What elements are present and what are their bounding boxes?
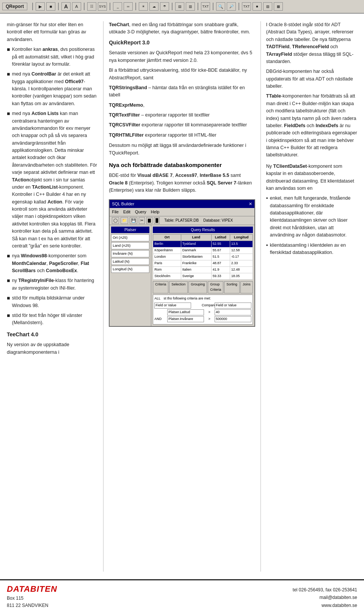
toolbar-txt2-btn[interactable]: TXT bbox=[242, 2, 251, 11]
criteria-header: ALL st tho following criteria are met: bbox=[154, 296, 251, 301]
bullet-text-ankras: Kontroller kan ankras, dvs positioneras … bbox=[12, 46, 98, 68]
ss-list-longitud[interactable]: Longitud (N) bbox=[111, 266, 149, 273]
toolbar-img3-btn[interactable]: ☂ bbox=[160, 2, 169, 11]
table-row-london[interactable]: London Storbrittanien 51.5 -0.17 bbox=[153, 254, 253, 260]
criteria-op-2: > bbox=[206, 317, 213, 322]
tab-selection[interactable]: Selection bbox=[169, 281, 188, 293]
td-land-london: Storbrittanien bbox=[181, 254, 211, 260]
toolbar-sys-btn[interactable]: SYS bbox=[98, 2, 107, 11]
toolbar-band1-btn[interactable]: ▤ bbox=[175, 2, 184, 11]
tclient-heading: Ny TClientDataSet-komponent som kapslar … bbox=[266, 163, 357, 192]
menu-file[interactable]: File bbox=[112, 209, 119, 215]
criteria-condition-text: st tho following criteria are met: bbox=[163, 296, 211, 300]
toolbar-extra1-btn[interactable]: ■ bbox=[253, 2, 262, 11]
bullet-text-controlbar: med nya ControlBar är det enkelt att byg… bbox=[12, 71, 98, 107]
criteria-field-1b[interactable]: 40 bbox=[215, 309, 251, 315]
table-row-paris[interactable]: Paris Frankrike 48.87 2.33 bbox=[153, 260, 253, 267]
th-land: Land bbox=[181, 235, 211, 241]
td-lat-rom: 41.9 bbox=[211, 267, 230, 273]
menu-edit[interactable]: Edit bbox=[123, 209, 130, 215]
tab-group-criteria[interactable]: Group Criteria bbox=[208, 281, 223, 293]
toolbar-band2-btn[interactable]: ▥ bbox=[186, 2, 195, 11]
criteria-all-label: ALL bbox=[154, 296, 160, 300]
sql-builder-screenshot: SQL Builder ✕ File Edit Query Help ◯ 📁 💾… bbox=[109, 199, 255, 326]
table-row-stockholm[interactable]: Stockholm Sverige 59.33 18.05 bbox=[153, 273, 253, 280]
toolbar-search-btn[interactable]: 🔎 bbox=[227, 2, 236, 11]
bullet-text-screens: stöd för multipla bildskärmar under Wind… bbox=[12, 295, 98, 309]
footer-right: tel 026-256493, fax 026-253641 mail@data… bbox=[293, 586, 357, 609]
ss-list-ort[interactable]: Ort (A25) bbox=[111, 234, 149, 241]
ss-tb-new[interactable]: ◯ bbox=[112, 217, 119, 224]
tab-grouping[interactable]: Grouping bbox=[188, 281, 207, 293]
criteria-field-2a[interactable]: Platser.Invånare bbox=[167, 316, 204, 322]
menu-help[interactable]: Help bbox=[151, 209, 160, 215]
qr-feature-5: TQRCSVFilter exporterar rapporter till k… bbox=[109, 121, 255, 129]
td-land-paris: Frankrike bbox=[181, 260, 211, 267]
td-lng-rom: 12.48 bbox=[230, 267, 253, 273]
toolbar-img1-btn[interactable]: ☀ bbox=[139, 2, 148, 11]
toolbar-zoom-btn[interactable]: 🔍 bbox=[216, 2, 225, 11]
bullet-symbol-c3-1: • bbox=[266, 194, 268, 203]
criteria-field-2b[interactable]: 500000 bbox=[215, 316, 251, 322]
ttable-text: TTable-komponenten har förbättrats så at… bbox=[266, 93, 357, 159]
ss-tb-open[interactable]: 📁 bbox=[121, 217, 128, 224]
toolbar-A-large-btn[interactable]: A bbox=[61, 2, 71, 11]
qr-feature-1: Bl a förbättrad uttrycksevaluering, stöd… bbox=[109, 67, 255, 82]
bullet-ankras: ■ Kontroller kan ankras, dvs positionera… bbox=[7, 46, 98, 68]
toolbar-arrow-btn[interactable]: ▶ bbox=[36, 2, 45, 11]
ss-table-label: Table: PLATSER.DB bbox=[164, 217, 199, 224]
col1-intro: min-gränser för hur stor eller liten en … bbox=[7, 21, 98, 43]
qr-feature-4: TQRTextFilter – exporterar rapporter til… bbox=[109, 112, 255, 119]
screenshot-close-btn[interactable]: ✕ bbox=[249, 201, 252, 207]
app-title: QReport bbox=[2, 3, 27, 10]
toolbar-grid-btn[interactable]: ☷ bbox=[87, 2, 96, 11]
td-lat-london: 51.5 bbox=[211, 254, 230, 260]
tab-joins[interactable]: Joins bbox=[240, 281, 253, 293]
toolbar: QReport ▶ ■ A A ☷ SYS ⎯ ═ ☀ ☁ ☂ ▤ ▥ TXT … bbox=[0, 0, 364, 14]
ss-tb-paste[interactable]: █ bbox=[154, 217, 160, 224]
ss-list-invånare[interactable]: Invånare (N) bbox=[111, 250, 149, 257]
criteria-field-1a[interactable]: Platser.Latitud bbox=[167, 309, 204, 315]
bullet-text-enkel: enkel, men fullt fungerande, fristående … bbox=[270, 195, 357, 239]
table-row-berlin[interactable]: Berlin Tyskland 52.55 13.5 bbox=[153, 241, 253, 247]
toolbar-A-small-btn[interactable]: A bbox=[72, 2, 81, 11]
toolbar-extra3-btn[interactable]: ▩ bbox=[274, 2, 283, 11]
bullet-symbol-5: ■ bbox=[7, 277, 10, 285]
menu-query[interactable]: Query bbox=[135, 209, 146, 215]
toolbar-extra2-btn[interactable]: ▨ bbox=[263, 2, 272, 11]
tab-criteria[interactable]: Criteria bbox=[153, 281, 168, 293]
toolbar-separator-2 bbox=[58, 3, 59, 10]
criteria-op-1: > bbox=[206, 310, 213, 315]
screenshot-body: Platser Ort (A25) Land (A25) Invånare (N… bbox=[110, 225, 254, 326]
qr-feature-6: TQRHTMLFilter exporterar rapporter till … bbox=[109, 132, 255, 139]
ss-tb-copy[interactable]: ▇ bbox=[146, 217, 152, 224]
ss-list-latitud[interactable]: Latitud (N) bbox=[111, 258, 149, 265]
toolbar-separator-1 bbox=[32, 3, 33, 10]
footer-address-line1: Box 115 bbox=[7, 596, 24, 601]
toolbar-img2-btn[interactable]: ☁ bbox=[149, 2, 158, 11]
toolbar-line1-btn[interactable]: ⎯ bbox=[113, 2, 122, 11]
ss-tb-cut[interactable]: ✂ bbox=[139, 217, 145, 224]
teechart-heading: TeeChart 4.0 bbox=[7, 331, 98, 339]
toolbar-text-btn[interactable]: TXT bbox=[201, 2, 210, 11]
bde-text: BDE-stöd för Visual dBASE 7, Access97, I… bbox=[109, 172, 255, 194]
bullet-controlbar: ■ med nya ControlBar är det enkelt att b… bbox=[7, 71, 98, 107]
ss-tb-save[interactable]: 💾 bbox=[130, 217, 137, 224]
main-content: min-gränser för hur stor eller liten en … bbox=[0, 14, 364, 579]
th-lng: Longitud bbox=[230, 235, 253, 241]
ss-list-land[interactable]: Land (A25) bbox=[111, 242, 149, 249]
td-lng-paris: 2.33 bbox=[230, 260, 253, 267]
bullet-text-actionlists: med nya Action Lists kan man centraliser… bbox=[12, 110, 98, 250]
ss-database-label: Database: VIPEX bbox=[203, 217, 233, 224]
criteria-compare-hdr2: Compare bbox=[202, 303, 213, 308]
toolbar-rect-btn[interactable]: ■ bbox=[46, 2, 55, 11]
criteria-row-1: Platser.Latitud > 40 bbox=[154, 309, 251, 315]
bullet-rtl: ■ stöd för text från höger till vänster … bbox=[7, 312, 98, 327]
table-row-kbh[interactable]: Köpenhämn Danmark 55.67 12.58 bbox=[153, 247, 253, 254]
toolbar-separator-8 bbox=[213, 3, 213, 10]
table-row-rom[interactable]: Rom Italien 41.9 12.48 bbox=[153, 267, 253, 273]
th-lat: Latitud bbox=[211, 235, 230, 241]
tab-sorting[interactable]: Sorting bbox=[224, 281, 240, 293]
footer-brand: DATABITEN bbox=[7, 584, 57, 594]
toolbar-line2-btn[interactable]: ═ bbox=[124, 2, 133, 11]
